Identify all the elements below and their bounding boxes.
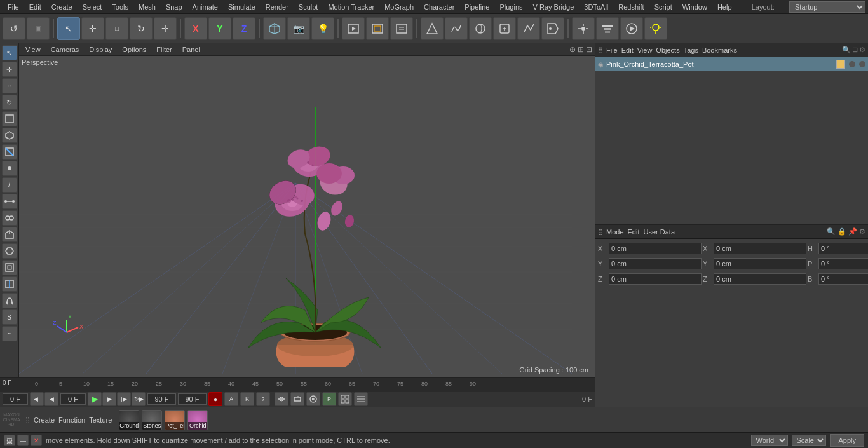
menu-simulate[interactable]: Simulate [223, 2, 261, 12]
b-input[interactable] [818, 273, 868, 285]
om-tags-menu[interactable]: Tags [684, 46, 698, 54]
model-polygon-button[interactable] [2, 128, 17, 143]
minimize-icon[interactable]: — [17, 435, 29, 446]
cube-button[interactable] [263, 17, 286, 40]
model-edge-button[interactable] [2, 144, 17, 160]
scale-button[interactable]: □ [105, 17, 128, 40]
timeline-view-button[interactable] [354, 392, 368, 406]
menu-select[interactable]: Select [78, 2, 107, 12]
layout-dropdown[interactable]: Startup [789, 1, 865, 13]
viewport-settings-icon[interactable]: ⊡ [586, 45, 592, 54]
viewport-solo-button[interactable] [620, 17, 643, 40]
menu-tools[interactable]: Tools [107, 2, 133, 12]
viewport-tab-view[interactable]: View [22, 45, 44, 54]
viewport-tab-cameras[interactable]: Cameras [47, 45, 83, 54]
material-ground[interactable]: Ground [119, 410, 139, 430]
weld-tool-button[interactable] [2, 210, 17, 226]
model-point-button[interactable] [2, 161, 17, 176]
move-button[interactable]: ✛ [81, 17, 104, 40]
auto-key-button[interactable]: A [224, 392, 238, 406]
z-pos-input[interactable] [609, 273, 702, 285]
deformer-button[interactable] [469, 17, 492, 40]
material-pot-terr[interactable]: Pot_Terr [165, 410, 185, 430]
rotate-button[interactable]: ↻ [130, 17, 153, 40]
viewport-tab-display[interactable]: Display [85, 45, 116, 54]
om-objects-menu[interactable]: Objects [656, 46, 679, 54]
menu-motiontracker[interactable]: Motion Tracker [323, 2, 379, 12]
scale-tool-button[interactable]: ↔ [2, 78, 17, 93]
menu-sculpt[interactable]: Sculpt [294, 2, 323, 12]
h-input[interactable] [818, 243, 868, 254]
model-mode-button[interactable]: ↖ [57, 17, 80, 40]
light-manager-button[interactable] [644, 17, 667, 40]
menu-render[interactable]: Render [261, 2, 294, 12]
play-loop-button[interactable]: ↻▶ [132, 392, 146, 406]
paint-tool-button[interactable]: S [2, 309, 17, 325]
end-frame-input1[interactable] [147, 393, 176, 405]
motion-mode-button[interactable] [306, 392, 320, 406]
viewport-tab-filter[interactable]: Filter [153, 45, 175, 54]
key-sel-button[interactable]: K [240, 392, 254, 406]
view-front-button[interactable] [421, 17, 444, 40]
bridge-tool-button[interactable] [2, 194, 17, 209]
move-tool-button[interactable]: ✛ [2, 62, 17, 77]
menu-character[interactable]: Character [419, 2, 459, 12]
mat-texture-menu[interactable]: Texture [89, 416, 112, 424]
x-pos-input[interactable] [609, 243, 702, 254]
viewport-lock-icon[interactable]: ⊞ [578, 45, 584, 54]
key-mode-button[interactable] [290, 392, 304, 406]
light-button[interactable]: 💡 [311, 17, 334, 40]
viewport-tab-options[interactable]: Options [118, 45, 150, 54]
start-frame-input[interactable] [3, 393, 28, 405]
mat-create-menu[interactable]: Create [34, 416, 55, 424]
material-stones[interactable]: Stones [142, 410, 162, 430]
mat-function-menu[interactable]: Function [58, 416, 85, 424]
viewport-canvas[interactable]: Perspective [19, 56, 595, 377]
timeline-ruler[interactable]: 0 F 0 5 10 15 20 25 30 35 40 45 50 [0, 378, 595, 392]
record-button[interactable]: ● [208, 392, 222, 406]
effector-button[interactable] [517, 17, 540, 40]
render-preview-icon[interactable]: 🖼 [4, 435, 15, 446]
menu-window[interactable]: Window [677, 2, 712, 12]
magnet-tool-button[interactable] [2, 293, 17, 308]
extrude-tool-button[interactable] [2, 227, 17, 242]
attr-edit-menu[interactable]: Edit [628, 228, 640, 236]
spline-button[interactable] [445, 17, 468, 40]
play-button[interactable]: ▶ [88, 392, 102, 406]
z-axis-button[interactable]: Z [233, 17, 255, 40]
current-frame-input[interactable] [60, 393, 86, 405]
object-visibility-dot1[interactable] [849, 61, 855, 67]
coordinate-system-dropdown[interactable]: World Object [751, 435, 788, 446]
frame-next-fast-button[interactable]: |▶ [117, 392, 131, 406]
menu-3dtoall[interactable]: 3DToAll [579, 2, 613, 12]
om-edit-menu[interactable]: Edit [621, 46, 634, 54]
viewport-tab-panel[interactable]: Panel [179, 45, 204, 54]
select-button[interactable]: ✛ [154, 17, 177, 40]
scale-dropdown[interactable]: Scale [792, 435, 826, 446]
object-visibility-dot2[interactable] [859, 61, 865, 67]
frame-next-button[interactable]: ▶ [102, 392, 116, 406]
undo-button[interactable]: ↺ [3, 17, 25, 40]
attr-userdata-menu[interactable]: User Data [644, 228, 675, 236]
bevel-tool-button[interactable] [2, 243, 17, 259]
tag-button[interactable] [541, 17, 564, 40]
menu-script[interactable]: Script [649, 2, 677, 12]
motion-clip-button[interactable] [275, 392, 288, 406]
key-all-button[interactable]: ? [256, 392, 270, 406]
object-row-orchid[interactable]: ◉ Pink_Orchid_Terracotta_Pot [595, 57, 868, 71]
inset-tool-button[interactable] [2, 260, 17, 275]
material-orchid[interactable]: Orchid [187, 410, 208, 430]
om-view-menu[interactable]: View [637, 46, 653, 54]
end-frame-input2[interactable] [178, 393, 207, 405]
menu-edit[interactable]: Edit [24, 2, 46, 12]
generator-button[interactable] [493, 17, 516, 40]
rotate-tool-button[interactable]: ↻ [2, 95, 17, 110]
y-pos-input[interactable] [609, 258, 702, 269]
render-region-button[interactable] [366, 17, 389, 40]
x-axis-button[interactable]: X [184, 17, 207, 40]
menu-create[interactable]: Create [46, 2, 78, 12]
menu-vray[interactable]: V-Ray Bridge [528, 2, 580, 12]
smooth-tool-button[interactable]: ~ [2, 326, 17, 341]
menu-file[interactable]: File [3, 2, 24, 12]
apply-button[interactable]: Apply [830, 434, 864, 447]
